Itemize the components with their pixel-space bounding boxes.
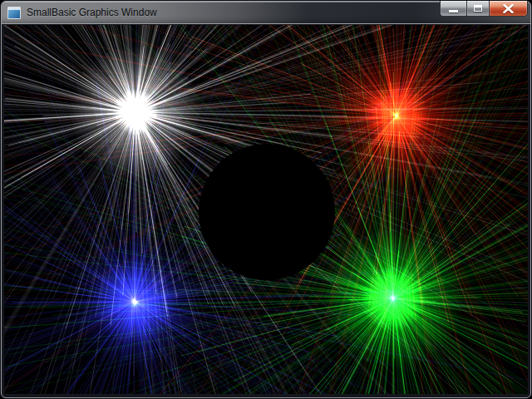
close-button[interactable]	[489, 1, 528, 17]
minimize-icon	[449, 10, 458, 12]
maximize-icon	[474, 5, 482, 12]
close-icon	[503, 4, 514, 13]
graphics-canvas	[4, 25, 528, 394]
maximize-button[interactable]	[466, 1, 490, 17]
title-bar[interactable]: SmallBasic Graphics Window	[2, 2, 530, 24]
window-title: SmallBasic Graphics Window	[27, 7, 157, 19]
smallbasic-graphics-window: SmallBasic Graphics Window	[0, 0, 532, 399]
caption-buttons	[441, 1, 528, 17]
graphics-client-area	[4, 25, 528, 394]
app-icon[interactable]	[7, 7, 21, 19]
window-frame: SmallBasic Graphics Window	[1, 1, 531, 398]
minimize-button[interactable]	[440, 1, 467, 17]
